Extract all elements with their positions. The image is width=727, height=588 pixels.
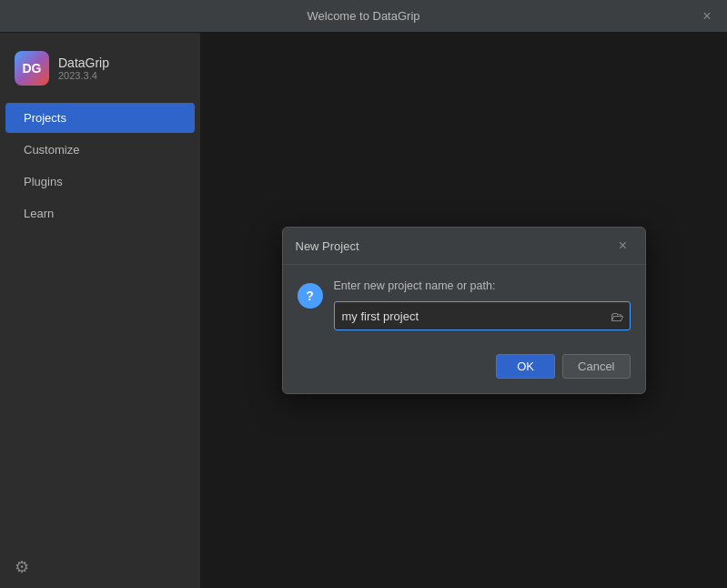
dialog-title: New Project [296,239,359,253]
ok-button[interactable]: OK [496,354,555,379]
dialog-footer: OK Cancel [283,349,645,393]
sidebar: DG DataGrip 2023.3.4 Projects Customize … [0,33,200,588]
app-name: DataGrip [58,56,109,70]
dialog-question-icon: ? [298,283,323,309]
title-bar: Welcome to DataGrip × [0,0,727,33]
sidebar-item-projects[interactable]: Projects [5,103,195,133]
app-brand-text: DataGrip 2023.3.4 [58,56,109,81]
title-bar-close-button[interactable]: × [698,7,716,25]
sidebar-item-learn[interactable]: Learn [5,198,195,228]
main-layout: DG DataGrip 2023.3.4 Projects Customize … [0,33,727,588]
dialog-field-label: Enter new project name or path: [334,279,631,292]
title-bar-text: Welcome to DataGrip [307,9,419,23]
project-name-input[interactable] [342,309,607,323]
app-brand: DG DataGrip 2023.3.4 [0,42,200,102]
dialog-title-bar: New Project × [283,228,645,265]
dialog-overlay: New Project × ? Enter new project name o… [200,33,727,588]
folder-browse-icon[interactable]: 🗁 [611,309,624,324]
content-area: Welcome to DataGrip Create a new project… [200,33,727,588]
dialog-close-button[interactable]: × [614,237,632,255]
sidebar-item-customize[interactable]: Customize [5,135,195,165]
dialog-body: ? Enter new project name or path: 🗁 [283,265,645,349]
new-project-dialog: New Project × ? Enter new project name o… [282,227,646,394]
settings-icon[interactable]: ⚙ [15,558,29,576]
dialog-input-row: 🗁 [334,301,631,330]
app-version: 2023.3.4 [58,70,109,81]
sidebar-item-plugins[interactable]: Plugins [5,167,195,197]
cancel-button[interactable]: Cancel [562,354,630,379]
sidebar-bottom: ⚙ [0,546,200,588]
app-logo: DG [15,51,49,86]
dialog-content: Enter new project name or path: 🗁 [334,279,631,330]
